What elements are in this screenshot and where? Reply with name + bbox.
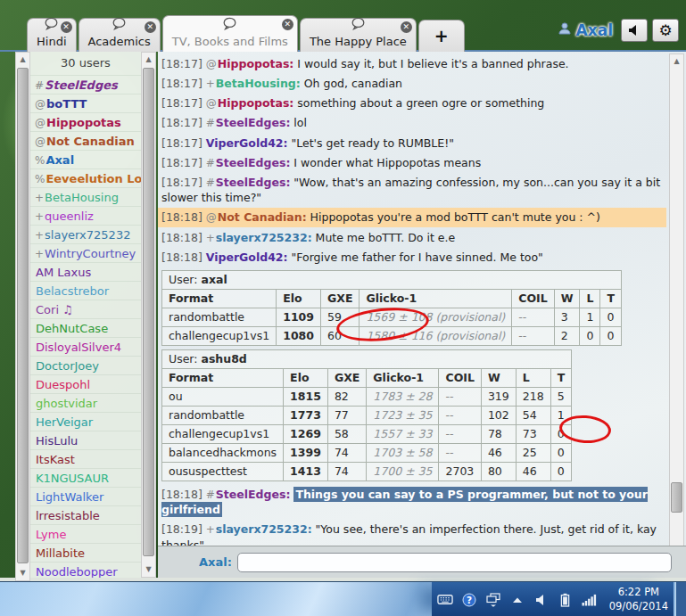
userlist-item[interactable]: %Axal bbox=[30, 150, 141, 168]
message-username[interactable]: SteelEdges: bbox=[216, 116, 291, 129]
userlist-item[interactable]: %Eeveelution Love bbox=[30, 168, 141, 187]
show-desktop-button[interactable] bbox=[675, 582, 686, 616]
userlist-item[interactable]: ItsKast bbox=[30, 449, 141, 468]
userlist-item[interactable]: K1NGUSAUR bbox=[30, 468, 141, 487]
chat-message: [18:17] ViperGold42: "Let's get ready to… bbox=[158, 133, 666, 152]
userlist-item[interactable]: Belacstrebor bbox=[30, 281, 141, 300]
userlist-item[interactable]: @boTTT bbox=[30, 94, 141, 112]
settings-button[interactable]: ⚙ bbox=[652, 19, 679, 42]
message-username[interactable]: Not Canadian: bbox=[218, 210, 307, 224]
close-tab-icon[interactable]: ✕ bbox=[61, 21, 72, 33]
message-username[interactable]: Hippopotas: bbox=[218, 96, 294, 110]
tab-tv-books-and-films[interactable]: TV, Books and Films✕ bbox=[162, 15, 298, 52]
userlist-item[interactable]: DisloyalSilver4 bbox=[30, 337, 141, 356]
user-name: ghostvidar bbox=[36, 397, 97, 410]
user-list-panel: 30 users #SteelEdges@boTTT@Hippopotas@No… bbox=[30, 52, 141, 578]
rank-symbol: + bbox=[35, 248, 45, 260]
userlist-item[interactable]: Lyme bbox=[30, 524, 141, 543]
userlist-item[interactable]: @Not Canadian bbox=[30, 131, 141, 150]
user-name: AM Laxus bbox=[36, 266, 91, 279]
logged-in-username[interactable]: Axal bbox=[576, 21, 613, 39]
volume-icon[interactable] bbox=[533, 594, 550, 606]
scrollbar-thumb[interactable] bbox=[143, 68, 154, 556]
taskbar-clock[interactable]: 6:22 PM 09/06/2014 bbox=[609, 586, 668, 613]
scroll-down-arrow[interactable]: ▼ bbox=[16, 566, 29, 580]
column-header: COIL bbox=[439, 368, 481, 387]
userlist-item[interactable]: Duespohl bbox=[30, 374, 141, 393]
user-count-header[interactable]: 30 users bbox=[30, 52, 141, 75]
message-username[interactable]: SteelEdges: bbox=[216, 488, 291, 501]
userlist-item[interactable]: HerVeigar bbox=[30, 412, 141, 431]
sound-button[interactable] bbox=[621, 19, 648, 42]
table-cell: 1703 ± 58 bbox=[367, 443, 439, 462]
table-cell: 2703 bbox=[439, 462, 481, 480]
chat-message-input[interactable] bbox=[237, 553, 672, 572]
userlist-item[interactable]: @Hippopotas bbox=[30, 112, 141, 131]
close-tab-icon[interactable]: ✕ bbox=[282, 19, 293, 30]
close-tab-icon[interactable]: ✕ bbox=[145, 21, 156, 33]
message-username[interactable]: ViperGold42: bbox=[206, 251, 288, 264]
rank-symbol: + bbox=[206, 232, 216, 244]
new-tab-button[interactable]: + bbox=[418, 20, 465, 52]
userlist-item[interactable]: HisLulu bbox=[30, 431, 141, 449]
battery-icon[interactable] bbox=[558, 593, 574, 607]
user-name: Axal bbox=[45, 153, 74, 167]
message-username[interactable]: BetaHousing: bbox=[216, 77, 301, 90]
column-header: W bbox=[481, 368, 516, 387]
timestamp: [18:18] bbox=[161, 231, 206, 244]
network-signal-icon[interactable] bbox=[582, 594, 598, 606]
message-username[interactable]: SteelEdges: bbox=[216, 176, 291, 189]
user-name: Lyme bbox=[36, 528, 66, 541]
keyboard-icon[interactable] bbox=[437, 594, 453, 605]
tab-academics[interactable]: Academics✕ bbox=[79, 18, 161, 52]
rating-table-ashu8d: User: ashu8dFormatEloGXEGlicko-1COILWLTo… bbox=[161, 349, 663, 481]
message-username[interactable]: SteelEdges: bbox=[216, 156, 291, 169]
user-cluster: Axal ⚙ bbox=[558, 19, 679, 42]
rank-symbol: % bbox=[35, 154, 45, 167]
help-icon[interactable]: ? bbox=[461, 593, 477, 607]
tab-label: Hindi bbox=[37, 35, 67, 48]
userlist-scrollbar[interactable]: ▲ ▼ bbox=[141, 52, 156, 578]
table-title: User: ashu8d bbox=[162, 349, 572, 368]
chat-message: [18:17] #SteelEdges: lol bbox=[158, 113, 666, 133]
tab-the-happy-place[interactable]: The Happy Place✕ bbox=[300, 18, 417, 52]
userlist-item[interactable]: Cori ♫ bbox=[30, 300, 141, 318]
userlist-item[interactable]: +WintryCourtney bbox=[30, 243, 141, 262]
tab-hindi[interactable]: Hindi✕ bbox=[27, 18, 77, 52]
user-name: slayerx725232 bbox=[45, 228, 130, 242]
timestamp: [18:17] bbox=[161, 57, 206, 70]
scroll-up-arrow[interactable]: ▲ bbox=[670, 54, 683, 69]
message-username[interactable]: ViperGold42: bbox=[206, 136, 288, 150]
userlist-item[interactable]: #SteelEdges bbox=[30, 75, 141, 94]
userlist-item[interactable]: DoctorJoey bbox=[30, 356, 141, 374]
table-cell: 59 bbox=[320, 308, 359, 326]
userlist-item[interactable]: +queenliz bbox=[30, 206, 141, 225]
scrollbar-thumb[interactable] bbox=[671, 482, 682, 513]
userlist-item[interactable]: AM Laxus bbox=[30, 262, 141, 281]
scroll-down-arrow[interactable]: ▼ bbox=[142, 563, 155, 577]
userlist-item[interactable]: Noodlebopper bbox=[30, 562, 141, 578]
pokemon-showdown-window: Hindi✕Academics✕TV, Books and Films✕The … bbox=[0, 0, 686, 616]
userlist-item[interactable]: +BetaHousing bbox=[30, 187, 141, 206]
message-username[interactable]: slayerx725232: bbox=[216, 231, 312, 244]
userlist-item[interactable]: Millabite bbox=[30, 543, 141, 562]
message-username[interactable]: slayerx725232: bbox=[216, 522, 312, 536]
scrollbar-thumb[interactable] bbox=[17, 68, 29, 563]
user-name: K1NGUSAUR bbox=[36, 472, 109, 485]
timestamp: [18:18] bbox=[161, 488, 206, 501]
userlist-item[interactable]: LightWalker bbox=[30, 487, 141, 505]
display-duplicate-icon[interactable] bbox=[485, 593, 501, 607]
userlist-item[interactable]: DehNutCase bbox=[30, 318, 141, 337]
windows-taskbar[interactable]: ? 6:22 PM 09/06/2014 bbox=[0, 581, 686, 616]
userlist-item[interactable]: lrresistable bbox=[30, 505, 141, 524]
chat-scrollbar[interactable]: ▲ ▼ bbox=[669, 53, 684, 578]
message-username[interactable]: Hippopotas: bbox=[218, 57, 294, 70]
page-scrollbar[interactable]: ▲ ▼ bbox=[15, 52, 30, 581]
show-hidden-icons-arrow[interactable] bbox=[509, 596, 525, 604]
userlist-item[interactable]: ghostvidar bbox=[30, 393, 141, 412]
close-tab-icon[interactable]: ✕ bbox=[401, 21, 412, 33]
userlist-item[interactable]: +slayerx725232 bbox=[30, 225, 141, 243]
scroll-up-arrow[interactable]: ▲ bbox=[142, 53, 155, 67]
table-cell: 0 bbox=[550, 462, 572, 480]
scroll-up-arrow[interactable]: ▲ bbox=[16, 53, 29, 67]
